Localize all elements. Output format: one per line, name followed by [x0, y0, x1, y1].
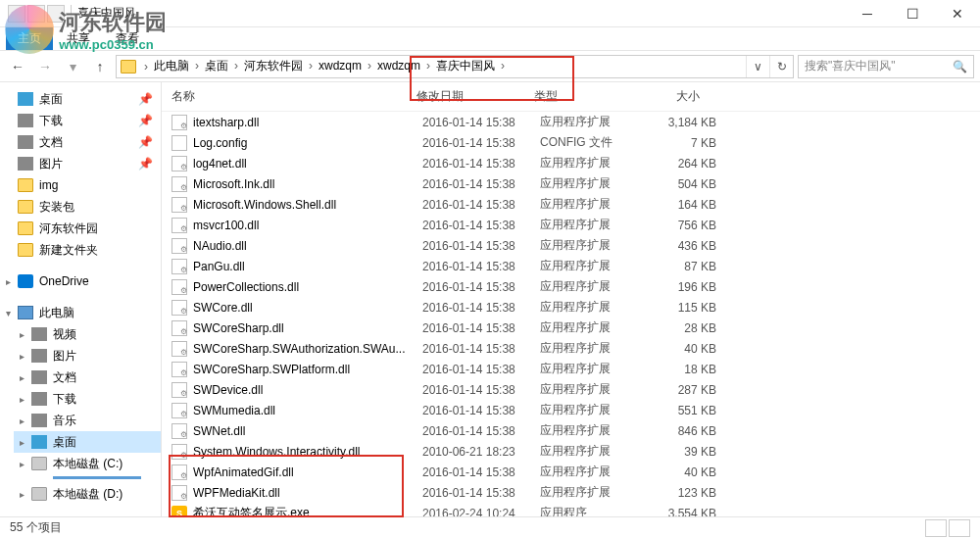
forward-button[interactable]: →	[33, 55, 57, 78]
minimize-button[interactable]: ─	[845, 0, 890, 27]
column-date[interactable]: 修改日期	[407, 88, 524, 105]
chevron-right-icon: ›	[366, 59, 373, 73]
sidebar-item[interactable]: 安装包	[0, 196, 161, 218]
dll-icon	[172, 465, 187, 480]
dropdown-icon[interactable]: ∨	[746, 56, 769, 77]
file-row[interactable]: S 希沃互动签名展示.exe 2016-02-24 10:24 应用程序 3,5…	[162, 503, 980, 516]
sidebar-item[interactable]: img	[0, 174, 161, 196]
history-dropdown[interactable]: ▾	[61, 55, 84, 78]
file-size: 3,184 KB	[648, 116, 736, 129]
file-name: SWCore.dll	[193, 301, 422, 315]
file-type: 应用程序扩展	[540, 402, 648, 418]
file-date: 2016-01-14 15:38	[422, 363, 540, 376]
chevron-right-icon: ›	[193, 59, 201, 73]
breadcrumb-segment[interactable]: 河东软件园	[240, 59, 307, 73]
up-button[interactable]: ↑	[88, 55, 112, 78]
sidebar-item-label: 桌面	[53, 434, 76, 451]
sidebar-item[interactable]: 文档📌	[0, 131, 161, 153]
file-row[interactable]: log4net.dll 2016-01-14 15:38 应用程序扩展 264 …	[162, 153, 980, 173]
navigation-bar: ← → ▾ ↑ › 此电脑›桌面›河东软件园›xwdzqm›xwdzqm›喜庆中…	[0, 51, 980, 82]
sidebar-item[interactable]: ▸音乐	[14, 410, 161, 431]
file-row[interactable]: SWCore.dll 2016-01-14 15:38 应用程序扩展 115 K…	[162, 297, 980, 318]
file-name: Log.config	[193, 136, 422, 150]
column-type[interactable]: 类型	[524, 88, 632, 105]
sidebar-item[interactable]: 桌面📌	[0, 88, 161, 110]
file-name: PowerCollections.dll	[193, 280, 422, 294]
file-row[interactable]: SWDevice.dll 2016-01-14 15:38 应用程序扩展 287…	[162, 379, 980, 400]
pin-icon: 📌	[138, 135, 153, 149]
address-bar[interactable]: › 此电脑›桌面›河东软件园›xwdzqm›xwdzqm›喜庆中国风› ∨ ↻	[116, 55, 794, 78]
refresh-button[interactable]: ↻	[769, 56, 793, 77]
view-icons-button[interactable]	[949, 519, 970, 537]
sidebar-item[interactable]: 新建文件夹	[0, 239, 161, 261]
file-row[interactable]: Log.config 2016-01-14 15:38 CONFIG 文件 7 …	[162, 132, 980, 153]
file-row[interactable]: SWCoreSharp.SWPlatform.dll 2016-01-14 15…	[162, 359, 980, 379]
sidebar-item[interactable]: ▸图片	[14, 345, 161, 367]
file-row[interactable]: WPFMediaKit.dll 2016-01-14 15:38 应用程序扩展 …	[162, 482, 980, 503]
qat-icon[interactable]	[47, 5, 65, 23]
breadcrumb-segment[interactable]: 桌面	[201, 59, 232, 73]
qat-icon[interactable]	[27, 5, 45, 23]
tab-share[interactable]: 共享	[55, 27, 102, 50]
file-type: 应用程序扩展	[540, 196, 648, 213]
sidebar-item[interactable]: 河东软件园	[0, 218, 161, 239]
back-button[interactable]: ←	[6, 55, 29, 78]
file-name: WPFMediaKit.dll	[193, 486, 422, 500]
maximize-button[interactable]: ☐	[890, 0, 935, 27]
file-row[interactable]: msvcr100.dll 2016-01-14 15:38 应用程序扩展 756…	[162, 215, 980, 235]
sidebar-item-label: 图片	[53, 348, 76, 365]
pin-icon: 📌	[138, 157, 153, 171]
file-row[interactable]: SWCoreSharp.dll 2016-01-14 15:38 应用程序扩展 …	[162, 318, 980, 338]
sidebar-onedrive[interactable]: ▸OneDrive	[0, 270, 161, 292]
file-row[interactable]: SWMumedia.dll 2016-01-14 15:38 应用程序扩展 55…	[162, 400, 980, 420]
breadcrumb-segment[interactable]: 此电脑	[150, 59, 193, 73]
column-size[interactable]: 大小	[632, 88, 720, 105]
breadcrumb-segment[interactable]: xwdzqm	[373, 59, 424, 73]
file-type: 应用程序扩展	[540, 299, 648, 316]
sidebar-item[interactable]: ▸桌面	[14, 431, 161, 453]
dll-icon	[172, 156, 187, 171]
sidebar-item[interactable]: 图片📌	[0, 153, 161, 174]
sidebar-item[interactable]: ▸文档	[14, 367, 161, 388]
file-size: 123 KB	[648, 486, 736, 500]
search-input[interactable]: 搜索"喜庆中国风" 🔍	[798, 55, 974, 78]
file-date: 2010-06-21 18:23	[422, 445, 540, 459]
sidebar-this-pc[interactable]: ▾此电脑	[0, 302, 161, 323]
file-row[interactable]: WpfAnimatedGif.dll 2016-01-14 15:38 应用程序…	[162, 462, 980, 482]
config-icon	[172, 135, 187, 151]
file-date: 2016-01-14 15:38	[422, 198, 540, 212]
sidebar-item[interactable]: ▸下载	[14, 388, 161, 410]
tab-home[interactable]: 主页	[6, 27, 53, 50]
folder-icon	[18, 221, 33, 235]
file-date: 2016-01-14 15:38	[422, 301, 540, 315]
file-row[interactable]: itextsharp.dll 2016-01-14 15:38 应用程序扩展 3…	[162, 112, 980, 132]
file-type: 应用程序扩展	[540, 422, 648, 439]
breadcrumb-segment[interactable]: xwdzqm	[315, 59, 366, 73]
file-row[interactable]: SWNet.dll 2016-01-14 15:38 应用程序扩展 846 KB	[162, 420, 980, 441]
file-list-pane[interactable]: 名称 修改日期 类型 大小 itextsharp.dll 2016-01-14 …	[162, 82, 980, 516]
dll-icon	[172, 176, 187, 192]
file-row[interactable]: Microsoft.Windows.Shell.dll 2016-01-14 1…	[162, 194, 980, 215]
file-row[interactable]: Microsoft.Ink.dll 2016-01-14 15:38 应用程序扩…	[162, 173, 980, 194]
breadcrumb-segment[interactable]: 喜庆中国风	[432, 59, 499, 73]
column-name[interactable]: 名称	[162, 88, 407, 105]
file-row[interactable]: PowerCollections.dll 2016-01-14 15:38 应用…	[162, 276, 980, 297]
file-row[interactable]: PanGu.dll 2016-01-14 15:38 应用程序扩展 87 KB	[162, 256, 980, 276]
file-row[interactable]: System.Windows.Interactivity.dll 2010-06…	[162, 441, 980, 462]
navigation-pane[interactable]: 桌面📌下载📌文档📌图片📌img安装包河东软件园新建文件夹 ▸OneDrive ▾…	[0, 82, 162, 516]
item-count: 55 个项目	[10, 519, 62, 536]
sidebar-item[interactable]: ▸本地磁盘 (D:)	[14, 483, 161, 505]
pin-icon: 📌	[138, 114, 153, 127]
sidebar-item[interactable]: 下载📌	[0, 110, 161, 131]
view-details-button[interactable]	[925, 519, 947, 537]
file-row[interactable]: SWCoreSharp.SWAuthorization.SWAu... 2016…	[162, 338, 980, 359]
sidebar-item[interactable]: ▸本地磁盘 (C:)	[14, 453, 161, 474]
qat-icon[interactable]	[8, 5, 25, 23]
file-date: 2016-01-14 15:38	[422, 465, 540, 479]
sidebar-item[interactable]: ▸视频	[14, 323, 161, 345]
close-button[interactable]: ✕	[935, 0, 980, 27]
file-row[interactable]: NAudio.dll 2016-01-14 15:38 应用程序扩展 436 K…	[162, 235, 980, 256]
tab-view[interactable]: 查看	[104, 27, 151, 50]
sidebar-item-label: 安装包	[39, 199, 74, 216]
dll-icon	[172, 320, 187, 336]
